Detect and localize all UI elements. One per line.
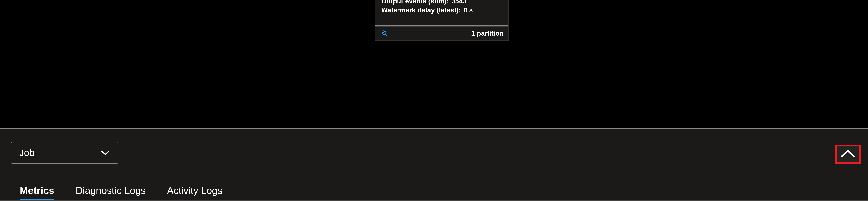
stat-value: 3543: [452, 0, 466, 5]
stat-value: 0 s: [464, 6, 473, 14]
stream-node-card[interactable]: Output events (sum) 3543 Watermark delay…: [375, 0, 509, 41]
tab-metrics[interactable]: Metrics: [20, 185, 54, 200]
tab-activity-logs[interactable]: Activity Logs: [167, 185, 222, 200]
bottom-panel: Job MetricsDiagnostic LogsActivity Logs: [0, 129, 868, 201]
node-partition-text: 1 partition: [471, 29, 504, 37]
expand-panel-button[interactable]: [835, 144, 861, 164]
scope-dropdown[interactable]: Job: [11, 142, 118, 164]
chevron-down-icon: [100, 147, 110, 158]
panel-bottom-border: [0, 200, 868, 201]
stat-row: Watermark delay (latest) 0 s: [381, 6, 503, 15]
connector-icon: [381, 29, 389, 37]
job-diagram-canvas[interactable]: Output events (sum) 3543 Watermark delay…: [0, 0, 868, 128]
panel-tabs: MetricsDiagnostic LogsActivity Logs: [20, 185, 222, 200]
scope-dropdown-label: Job: [19, 147, 34, 158]
node-stats: Output events (sum) 3543 Watermark delay…: [375, 0, 508, 18]
stat-label: Watermark delay (latest): [381, 6, 461, 14]
node-footer: 1 partition: [375, 26, 508, 40]
stat-label: Output events (sum): [381, 0, 449, 5]
chevron-up-icon: [840, 148, 856, 160]
stat-row: Output events (sum) 3543: [381, 0, 503, 6]
tab-diagnostic-logs[interactable]: Diagnostic Logs: [75, 185, 146, 200]
